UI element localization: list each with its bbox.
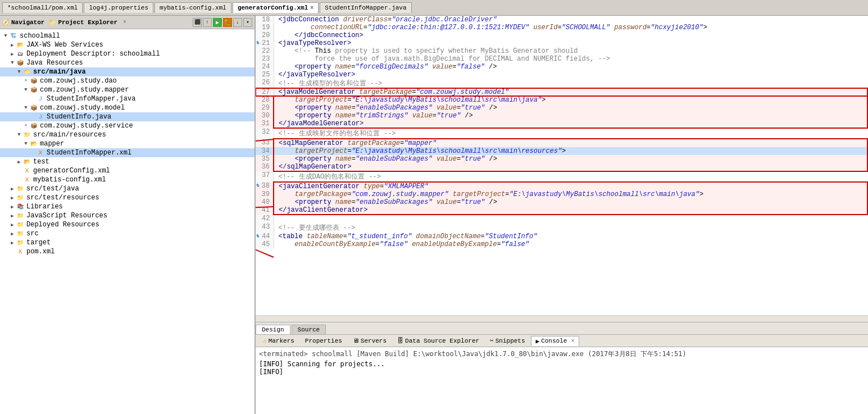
line-number: 32 [256, 128, 274, 139]
folder-icon: 📂 [16, 41, 25, 49]
tree-src-test-resources-label: src/test/resources [26, 194, 99, 202]
tree-item-dao[interactable]: + 📦 com.zouwj.study.dao [0, 76, 255, 85]
code-line-24: 24 <property name="forceBigDecimals" val… [256, 63, 867, 71]
tree-mapper-folder-label: mapper [40, 140, 64, 148]
tab-design[interactable]: Design [256, 325, 290, 334]
panel-header: 🧭 Navigator 📁 Project Explorer × ⬛ ↑ ▶ 🐛… [0, 16, 255, 29]
tree-item-student-info-mapper-xml[interactable]: X StudentInfoMapper.xml [0, 148, 255, 157]
tree-item-java-resources[interactable]: ▼ 📦 Java Resources [0, 58, 255, 67]
chevron-down-icon: ▼ [22, 105, 29, 111]
tree-item-src-main-java[interactable]: ▼ 📁 src/main/java [0, 67, 255, 76]
tree-student-mapper-java-label: StudentInfoMapper.java [47, 95, 135, 103]
tab-mybatis-config[interactable]: mybatis-config.xml [154, 2, 231, 13]
tree-dao-label: com.zouwj.study.dao [40, 77, 117, 85]
tree-item-javascript[interactable]: ▶ 📁 JavaScript Resources [0, 211, 255, 220]
tree-item-target[interactable]: ▶ 📁 target [0, 238, 255, 247]
tab-snippets[interactable]: ✂ Snippets [485, 335, 530, 346]
tab-markers[interactable]: ⚠ Markers [258, 335, 299, 346]
tree-item-jax-ws[interactable]: ▶ 📂 JAX-WS Web Services [0, 40, 255, 49]
line-content: </javaTypeResolver> [274, 71, 867, 79]
line-number: 18 [256, 16, 274, 24]
tree-item-student-info-java[interactable]: J StudentInfo.java [0, 112, 255, 121]
tree-item-deployment[interactable]: ▶ 🗂 Deployment Descriptor: schoolmall [0, 49, 255, 58]
code-line-31: 31 </javaModelGenerator> [256, 120, 867, 128]
tree-generator-config-label: generatorConfig.xml [33, 167, 110, 175]
code-line-44: ◆44 <table tableName="t_student_info" do… [256, 233, 867, 240]
tab-log4j[interactable]: log4j.properties [84, 2, 153, 13]
java-resources-icon: 📦 [16, 59, 25, 67]
tree-item-model-pkg[interactable]: ▼ 📦 com.zouwj.study.model [0, 103, 255, 112]
panel-toolbar: ⬛ ↑ ▶ 🐛 ↓ ▾ [193, 16, 252, 29]
tree-item-libraries[interactable]: ▶ 📚 Libraries [0, 202, 255, 211]
link-editor-button[interactable]: ↑ [203, 18, 212, 27]
line-number: ◆21 [256, 39, 274, 47]
tree-item-mapper-folder[interactable]: ▼ 📂 mapper [0, 139, 255, 148]
tree-item-generator-config[interactable]: X generatorConfig.xml [0, 166, 255, 175]
line-number: 25 [256, 71, 274, 79]
line-number: 41 [256, 206, 274, 215]
chevron-right-icon: ▶ [9, 195, 16, 201]
panel-close-icon[interactable]: × [123, 19, 126, 25]
tab-console[interactable]: ▶ Console × [531, 336, 580, 346]
close-icon[interactable]: × [310, 5, 313, 11]
tab-generator-config[interactable]: generatorConfig.xml × [233, 2, 319, 13]
chevron-down-icon: ▼ [22, 141, 29, 147]
code-editor[interactable]: 18 <jdbcConnection driverClass="oracle.j… [256, 16, 868, 315]
refresh-button[interactable]: ↓ [233, 18, 242, 27]
line-content: <javaClientGenerator type="XMLMAPPER" [274, 182, 867, 190]
tree-item-src-test-resources[interactable]: ▶ 📁 src/test/resources [0, 193, 255, 202]
tree-src-test-java-label: src/test/java [26, 185, 79, 193]
run-button[interactable]: ▶ [213, 18, 222, 27]
tab-servers[interactable]: 🖥 Servers [348, 335, 392, 346]
line-number: 19 [256, 24, 274, 31]
snippets-icon: ✂ [490, 337, 494, 344]
horizontal-scrollbar[interactable] [256, 315, 868, 322]
line-content: <!-- 要生成哪些表 --> [274, 223, 867, 233]
folder-icon: 📁 [16, 221, 25, 229]
line-content: <property name="trimStrings" value="true… [274, 112, 867, 120]
tree-item-src[interactable]: ▶ 📁 src [0, 229, 255, 238]
navigator-tab-label[interactable]: Navigator [11, 19, 44, 26]
tree-item-root[interactable]: ▼ 🏗 schoolmall [0, 31, 255, 40]
tree-item-mapper-pkg[interactable]: ▼ 📦 com.zouwj.study.mapper [0, 85, 255, 94]
tree-item-src-main-resources[interactable]: ▼ 📁 src/main/resources [0, 130, 255, 139]
tree-target-label: target [26, 239, 51, 247]
console-icon: ▶ [536, 338, 540, 345]
debug-button[interactable]: 🐛 [223, 18, 232, 27]
tab-student-mapper[interactable]: StudentInfoMapper.java [320, 2, 411, 13]
tree-item-src-test-java[interactable]: ▶ 📁 src/test/java [0, 184, 255, 193]
tree-item-student-info-mapper-java[interactable]: J StudentInfoMapper.java [0, 94, 255, 103]
tab-properties[interactable]: Properties [300, 336, 347, 346]
project-explorer-tab-label[interactable]: Project Explorer [58, 19, 117, 26]
tree-src-main-java-label: src/main/java [33, 68, 86, 76]
line-number: 27 [256, 88, 274, 96]
folder-icon: 📂 [22, 158, 31, 166]
collapse-all-button[interactable]: ⬛ [193, 18, 202, 27]
tab-pom-xml[interactable]: *schoolmall/pom.xml [2, 2, 83, 13]
chevron-right-icon: ▶ [9, 186, 16, 192]
chevron-down-icon: ▼ [9, 60, 16, 66]
tree-item-deployed-resources[interactable]: ▶ 📁 Deployed Resources [0, 220, 255, 229]
bottom-tab-bar: ⚠ Markers Properties 🖥 Servers 🗄 Data So… [256, 334, 868, 347]
folder-icon: 📁 [16, 230, 25, 238]
line-number: 28 [256, 96, 274, 104]
tab-properties-label: Properties [305, 338, 342, 344]
line-number: 39 [256, 190, 274, 198]
package-icon: 📦 [29, 77, 38, 85]
line-content: <javaTypeResolver> [274, 39, 867, 47]
code-line-20: 20 </jdbcConnection> [256, 31, 867, 39]
close-icon[interactable]: × [571, 338, 574, 344]
tab-data-source[interactable]: 🗄 Data Source Explorer [392, 335, 484, 346]
tree-item-mybatis-config[interactable]: X mybatis-config.xml [0, 175, 255, 184]
tree-mybatis-config-label: mybatis-config.xml [33, 176, 106, 184]
tree-item-pom-xml[interactable]: X pom.xml [0, 247, 255, 256]
line-number: 30 [256, 112, 274, 120]
tree-item-service-pkg[interactable]: + 📦 com.zouwj.study.service [0, 121, 255, 130]
line-number: 42 [256, 215, 274, 223]
tab-source[interactable]: Source [292, 325, 326, 334]
line-content: <sqlMapGenerator targetPackage="mapper" [274, 139, 867, 147]
line-content: force the use of java.math.BigDecimal fo… [274, 55, 867, 63]
tree-item-test[interactable]: ▶ 📂 test [0, 157, 255, 166]
line-number: 23 [256, 55, 274, 63]
menu-button[interactable]: ▾ [243, 18, 252, 27]
